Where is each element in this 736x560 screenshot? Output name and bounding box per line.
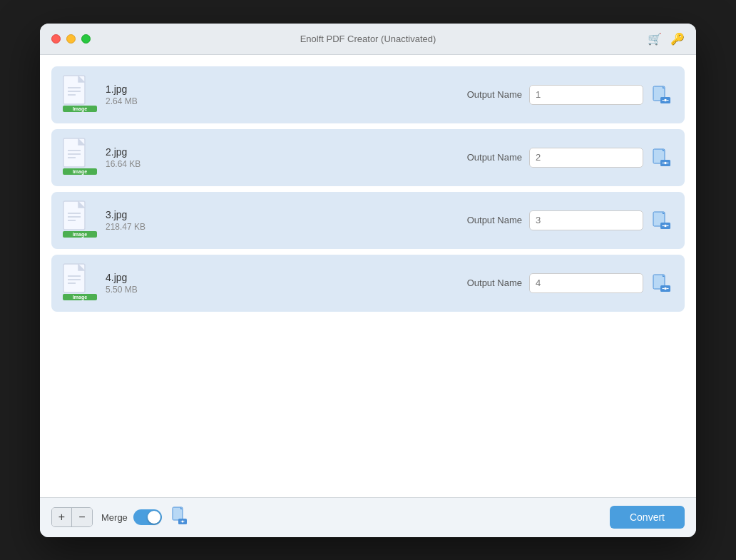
file-icon	[63, 75, 91, 109]
file-type-label: Image	[63, 231, 97, 238]
traffic-lights	[51, 34, 91, 44]
output-name-input[interactable]	[529, 273, 643, 293]
output-name-input[interactable]	[529, 210, 643, 230]
file-info: 1.jpg 2.64 MB	[106, 83, 163, 106]
file-icon-wrapper: Image	[63, 263, 97, 303]
svg-point-20	[664, 224, 667, 227]
convert-button[interactable]: Convert	[610, 506, 685, 529]
file-info: 4.jpg 5.50 MB	[106, 272, 163, 295]
maximize-button[interactable]	[81, 34, 91, 44]
minimize-button[interactable]	[66, 34, 76, 44]
pdf-settings-icon[interactable]	[170, 506, 189, 529]
svg-point-13	[664, 161, 667, 164]
file-name: 2.jpg	[106, 146, 163, 158]
main-content: Image 1.jpg 2.64 MB Output Name	[40, 55, 696, 497]
output-name-label: Output Name	[467, 152, 522, 163]
merge-toggle[interactable]	[133, 509, 162, 525]
toggle-track	[133, 509, 162, 525]
file-icon-wrapper: Image	[63, 200, 97, 240]
svg-point-27	[664, 287, 667, 290]
file-type-label: Image	[63, 168, 97, 175]
file-row-right: Output Name	[467, 209, 673, 232]
file-size: 16.64 KB	[106, 159, 163, 169]
file-row-right: Output Name	[467, 146, 673, 169]
file-size: 5.50 MB	[106, 285, 163, 295]
output-name-label: Output Name	[467, 89, 522, 100]
file-row-right: Output Name	[467, 272, 673, 295]
remove-button[interactable]: −	[72, 508, 92, 526]
file-type-label: Image	[63, 106, 97, 112]
svg-point-6	[664, 98, 667, 101]
add-button[interactable]: +	[52, 508, 72, 526]
toggle-thumb	[148, 511, 160, 524]
file-row: Image 2.jpg 16.64 KB Output Name	[51, 129, 685, 186]
file-name: 4.jpg	[106, 272, 163, 283]
key-icon[interactable]: 🔑	[670, 32, 685, 46]
file-row: Image 3.jpg 218.47 KB Output Name	[51, 192, 685, 249]
title-bar-actions: 🛒 🔑	[648, 32, 685, 46]
window-title: Enolft PDF Creator (Unactivated)	[300, 34, 436, 44]
file-name: 1.jpg	[106, 83, 163, 95]
file-size: 218.47 KB	[106, 222, 163, 232]
file-info: 3.jpg 218.47 KB	[106, 209, 163, 232]
file-icon-wrapper: Image	[63, 138, 97, 178]
app-window: Enolft PDF Creator (Unactivated) 🛒 🔑 Ima…	[40, 24, 696, 537]
output-name-label: Output Name	[467, 278, 522, 288]
add-remove-group: + −	[51, 507, 93, 527]
close-button[interactable]	[51, 34, 61, 44]
file-size: 2.64 MB	[106, 96, 163, 106]
file-icon	[63, 263, 91, 297]
merge-section: Merge	[101, 509, 162, 525]
file-row-right: Output Name	[467, 83, 673, 106]
file-icon-wrapper: Image	[63, 75, 97, 115]
file-name: 3.jpg	[106, 209, 163, 220]
file-row: Image 4.jpg 5.50 MB Output Name	[51, 255, 685, 312]
output-name-input[interactable]	[529, 85, 643, 105]
file-settings-button[interactable]	[650, 146, 673, 169]
file-settings-button[interactable]	[650, 209, 673, 232]
cart-icon[interactable]: 🛒	[648, 32, 662, 46]
file-settings-button[interactable]	[650, 83, 673, 106]
bottom-bar: + − Merge Convert	[40, 497, 696, 537]
file-info: 2.jpg 16.64 KB	[106, 146, 163, 169]
file-row: Image 1.jpg 2.64 MB Output Name	[51, 66, 685, 123]
file-icon	[63, 138, 91, 172]
output-name-input[interactable]	[529, 148, 643, 168]
merge-label: Merge	[101, 512, 128, 523]
title-bar: Enolft PDF Creator (Unactivated) 🛒 🔑	[40, 24, 696, 55]
file-icon	[63, 200, 91, 235]
file-settings-button[interactable]	[650, 272, 673, 295]
file-type-label: Image	[63, 294, 97, 300]
output-name-label: Output Name	[467, 215, 522, 225]
